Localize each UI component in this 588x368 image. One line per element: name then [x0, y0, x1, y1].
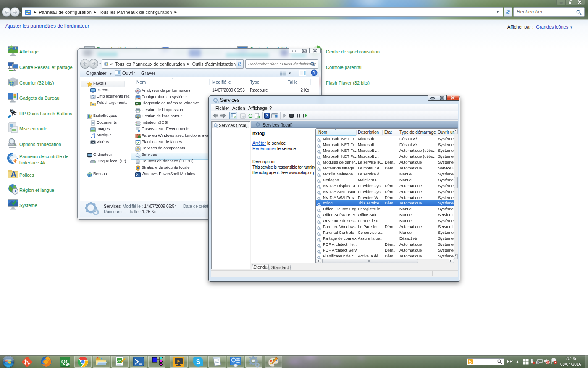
svg-text:Qt: Qt: [61, 358, 68, 365]
svg-text:?: ?: [265, 114, 268, 118]
svg-text:?: ?: [313, 70, 316, 75]
svg-text:S: S: [196, 358, 201, 365]
